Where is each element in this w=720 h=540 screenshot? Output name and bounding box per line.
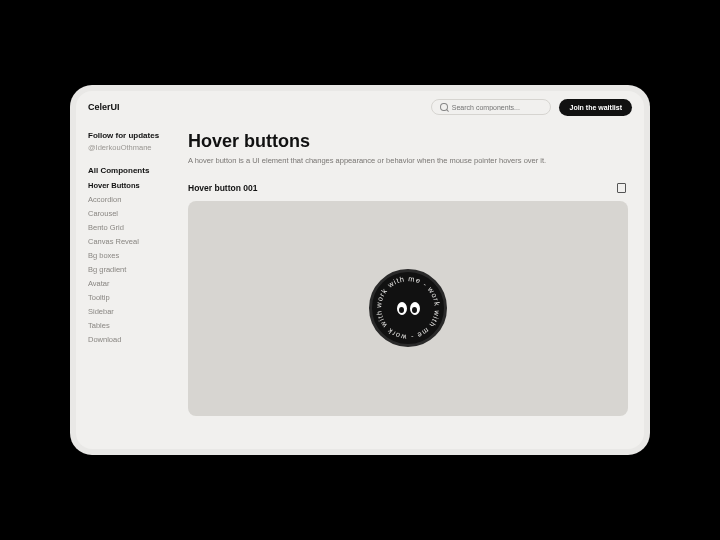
eye-right	[410, 302, 420, 315]
circular-text-ring: work with me - work with me - work with …	[372, 272, 444, 344]
search-input[interactable]	[452, 104, 543, 111]
badge-text: work with me - work with me - work with …	[372, 272, 442, 342]
sidebar-item-tooltip[interactable]: Tooltip	[88, 293, 172, 302]
twitter-handle[interactable]: @IderkouOthmane	[88, 143, 172, 152]
component-preview: work with me - work with me - work with …	[188, 201, 628, 416]
copy-button[interactable]	[614, 181, 628, 195]
sidebar-item-avatar[interactable]: Avatar	[88, 279, 172, 288]
nav-list: Hover ButtonsAccordionCarouselBento Grid…	[88, 181, 172, 344]
content-body: Follow for updates @IderkouOthmane All C…	[76, 123, 644, 449]
example-header-row: Hover button 001	[188, 181, 628, 195]
sidebar-item-download[interactable]: Download	[88, 335, 172, 344]
page-title: Hover buttons	[188, 131, 628, 152]
page-description: A hover button is a UI element that chan…	[188, 156, 628, 167]
svg-text:work with me - work with me - : work with me - work with me - work with …	[372, 272, 442, 342]
sidebar: Follow for updates @IderkouOthmane All C…	[76, 123, 184, 449]
device-frame: CelerUI Join the waitlist Follow for upd…	[70, 85, 650, 455]
follow-title: Follow for updates	[88, 131, 172, 140]
main-content: Hover buttons A hover button is a UI ele…	[184, 123, 644, 449]
sidebar-item-bg-boxes[interactable]: Bg boxes	[88, 251, 172, 260]
search-icon	[440, 103, 447, 111]
topbar: CelerUI Join the waitlist	[76, 91, 644, 123]
sidebar-item-sidebar[interactable]: Sidebar	[88, 307, 172, 316]
copy-icon	[618, 184, 625, 192]
sidebar-item-bento-grid[interactable]: Bento Grid	[88, 223, 172, 232]
brand-logo[interactable]: CelerUI	[88, 102, 120, 112]
join-waitlist-button[interactable]: Join the waitlist	[559, 99, 632, 116]
screen: CelerUI Join the waitlist Follow for upd…	[76, 91, 644, 449]
sidebar-item-hover-buttons[interactable]: Hover Buttons	[88, 181, 172, 190]
nav-header[interactable]: All Components	[88, 166, 172, 175]
example-title: Hover button 001	[188, 183, 257, 193]
eye-left	[397, 302, 407, 315]
sidebar-item-bg-gradient[interactable]: Bg gradient	[88, 265, 172, 274]
sidebar-item-tables[interactable]: Tables	[88, 321, 172, 330]
sidebar-item-carousel[interactable]: Carousel	[88, 209, 172, 218]
sidebar-item-canvas-reveal[interactable]: Canvas Reveal	[88, 237, 172, 246]
search-box[interactable]	[431, 99, 551, 115]
sidebar-item-accordion[interactable]: Accordion	[88, 195, 172, 204]
hover-button-badge[interactable]: work with me - work with me - work with …	[369, 269, 447, 347]
